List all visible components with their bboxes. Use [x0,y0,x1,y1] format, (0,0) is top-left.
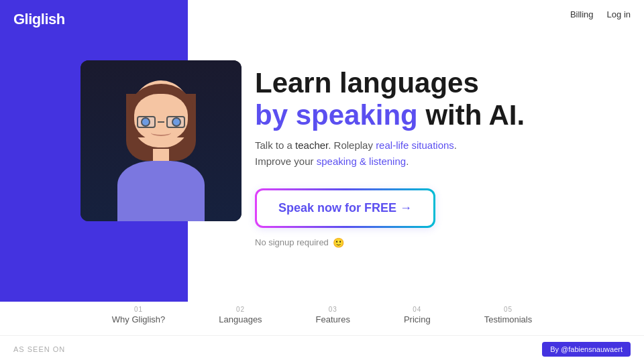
glass-bridge [158,121,164,123]
nav-number-4: 04 [413,306,421,313]
nav-label-3: Features [316,314,350,324]
as-seen-on-label: AS SEEN ON [13,345,65,353]
nav-item-why[interactable]: 01 Why Gliglish? [112,306,165,324]
subtext-highlight2: speaking & listening [317,156,406,167]
nav-label-2: Languages [219,314,262,324]
avatar-container [80,60,241,221]
bottom-nav: 01 Why Gliglish? 02 Languages 03 Feature… [0,306,644,324]
nav-item-testimonials[interactable]: 05 Testimonials [484,306,533,324]
subtext-middle: . Roleplay [328,139,376,151]
billing-link[interactable]: Billing [570,9,594,19]
nav-label-4: Pricing [404,314,431,324]
headline-speaking: by speaking [255,99,418,131]
bottom-bar: AS SEEN ON By @fabiensnauwaert [0,335,644,362]
subtext-period: . [406,156,409,167]
avatar-head [131,80,191,147]
avatar-figure [107,74,215,221]
avatar-smile [151,129,171,136]
subtext-intro: Talk to a [255,139,295,151]
nav-item-pricing[interactable]: 04 Pricing [404,306,431,324]
nav-number-5: 05 [504,306,513,313]
glass-right [166,116,185,128]
logo[interactable]: Gliglish [13,11,65,28]
login-link[interactable]: Log in [607,9,631,19]
nav-item-languages[interactable]: 02 Languages [219,306,262,324]
avatar-glasses [137,115,185,129]
nav-number-2: 02 [236,306,245,313]
avatar-body [117,161,205,221]
avatar-art [80,60,241,221]
main-content: Learn languages by speaking with AI. Tal… [255,67,604,248]
no-signup-label: No signup required [255,237,329,247]
nav-number-3: 03 [329,306,337,313]
no-signup-text: No signup required 🙂 [255,237,604,248]
top-nav: Billing Log in [570,9,631,19]
subtext-teacher: teacher [295,139,328,151]
headline: Learn languages by speaking with AI. [255,67,604,132]
headline-part1: Learn languages [255,67,479,99]
hero-subtext: Talk to a teacher. Roleplay real-life si… [255,137,483,170]
smiley-icon: 🙂 [333,237,344,248]
nav-label-5: Testimonials [484,314,533,324]
nav-item-features[interactable]: 03 Features [316,306,350,324]
cta-button[interactable]: Speak now for FREE → [255,188,435,228]
nav-number-1: 01 [134,306,143,313]
nav-label-1: Why Gliglish? [112,314,165,324]
headline-part3: with AI. [418,99,525,131]
attribution-badge: By @fabiensnauwaert [542,342,631,357]
glass-left [137,116,156,128]
subtext-highlight1: real-life situations [376,139,454,151]
